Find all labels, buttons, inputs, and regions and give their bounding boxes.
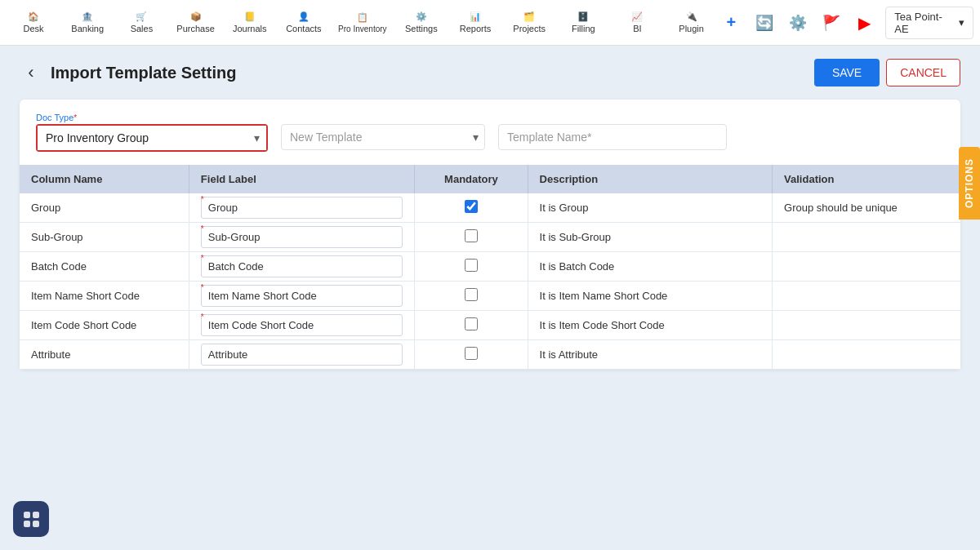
desk-icon: 🏠 (28, 11, 39, 22)
field-label-input[interactable] (201, 344, 403, 366)
field-label-input[interactable] (201, 226, 403, 248)
purchase-icon: 📦 (190, 11, 202, 22)
reports-icon: 📊 (470, 11, 481, 22)
mandatory-cell (415, 193, 528, 223)
main-content: ‹ Import Template Setting SAVE CANCEL Do… (0, 46, 980, 550)
mandatory-checkbox[interactable] (465, 347, 478, 360)
validation-cell (773, 223, 960, 252)
table-container: Column Name Field Label Mandatory Descri… (20, 165, 960, 370)
validation-cell (773, 282, 960, 311)
bi-icon: 📈 (631, 11, 643, 22)
description-cell: It is Item Code Short Code (528, 311, 773, 340)
doc-type-group: Doc Type* Pro Inventory Group Item Custo… (36, 113, 268, 152)
gear-button[interactable]: ⚙️ (786, 10, 811, 36)
grid-icon (24, 512, 39, 527)
table-row: Item Code Short Code*It is Item Code Sho… (20, 311, 960, 340)
youtube-button[interactable]: ▶ (852, 10, 877, 36)
sales-icon: 🛒 (136, 11, 147, 22)
field-label-input[interactable] (201, 285, 403, 307)
validation-cell (773, 252, 960, 282)
nav-item-projects[interactable]: 🗂️ Projects (502, 0, 556, 46)
save-button[interactable]: SAVE (814, 59, 880, 86)
validation-cell: Group should be unique (773, 193, 960, 223)
filling-icon: 🗄️ (577, 11, 589, 22)
user-name: Tea Point-AE (894, 11, 954, 35)
field-label-input[interactable] (201, 314, 403, 336)
refresh-button[interactable]: 🔄 (752, 10, 777, 36)
mandatory-cell (415, 282, 528, 311)
description-cell: It is Sub-Group (528, 223, 773, 252)
nav-item-filling[interactable]: 🗄️ Filling (556, 0, 610, 46)
nav-item-purchase[interactable]: 📦 Purchase (168, 0, 222, 46)
bottom-widget-button[interactable] (13, 501, 49, 537)
header-buttons: SAVE CANCEL (814, 59, 960, 86)
cancel-button[interactable]: CANCEL (886, 59, 960, 86)
nav-item-pro-inventory[interactable]: 📋 Pro Inventory (331, 0, 394, 46)
field-label-input[interactable] (201, 197, 403, 219)
mandatory-checkbox[interactable] (465, 288, 478, 301)
plugin-icon: 🔌 (686, 11, 697, 22)
mandatory-cell (415, 340, 528, 370)
mandatory-checkbox[interactable] (465, 317, 478, 330)
template-name-label (498, 113, 727, 122)
nav-item-settings[interactable]: ⚙️ Settings (394, 0, 448, 46)
back-button[interactable]: ‹ (20, 61, 42, 84)
table-row: Group*It is GroupGroup should be unique (20, 193, 960, 223)
description-cell: It is Batch Code (528, 252, 773, 282)
chevron-down-icon: ▾ (959, 16, 964, 29)
column-name-cell: Sub-Group (20, 223, 189, 252)
user-menu-button[interactable]: Tea Point-AE ▾ (885, 7, 973, 39)
table-row: AttributeIt is Attribute (20, 340, 960, 370)
required-asterisk: * (201, 313, 204, 322)
mandatory-checkbox[interactable] (465, 259, 478, 272)
nav-item-banking[interactable]: 🏦 Banking (60, 0, 114, 46)
contacts-icon: 👤 (298, 11, 310, 22)
col-header-description: Description (528, 165, 773, 193)
nav-item-contacts[interactable]: 👤 Contacts (277, 0, 331, 46)
form-area: Doc Type* Pro Inventory Group Item Custo… (20, 100, 960, 370)
flag-button[interactable]: 🚩 (818, 10, 844, 36)
field-label-input[interactable] (201, 255, 403, 277)
template-label (281, 113, 485, 122)
nav-item-plugin[interactable]: 🔌 Plugin (665, 0, 719, 46)
flag-icon: 🚩 (822, 14, 840, 32)
mandatory-checkbox[interactable] (465, 200, 478, 213)
back-icon: ‹ (28, 62, 33, 83)
doc-type-select[interactable]: Pro Inventory Group Item Customer Vendor (38, 126, 266, 150)
col-header-mandatory: Mandatory (415, 165, 528, 193)
validation-cell (773, 311, 960, 340)
template-select[interactable]: New Template (281, 124, 485, 150)
column-name-cell: Group (20, 193, 189, 223)
required-asterisk: * (201, 224, 204, 233)
template-select-group: New Template ▾ (281, 113, 485, 152)
column-name-cell: Item Name Short Code (20, 282, 189, 311)
description-cell: It is Item Name Short Code (528, 282, 773, 311)
options-tab[interactable]: OPTIONS (959, 147, 980, 220)
journals-icon: 📒 (244, 11, 256, 22)
nav-item-sales[interactable]: 🛒 Sales (114, 0, 168, 46)
template-name-input[interactable] (498, 124, 727, 150)
nav-item-reports[interactable]: 📊 Reports (448, 0, 502, 46)
nav-item-journals[interactable]: 📒 Journals (223, 0, 277, 46)
nav-item-bi[interactable]: 📈 BI (610, 0, 664, 46)
table-row: Batch Code*It is Batch Code (20, 252, 960, 282)
template-select-wrapper: New Template ▾ (281, 124, 485, 150)
add-button[interactable]: + (719, 10, 744, 36)
plus-icon: + (726, 13, 736, 32)
mandatory-checkbox[interactable] (465, 229, 478, 242)
mandatory-cell (415, 223, 528, 252)
nav-item-desk[interactable]: 🏠 Desk (7, 0, 60, 46)
gear-icon: ⚙️ (789, 14, 807, 32)
template-name-group (498, 113, 727, 152)
column-name-cell: Batch Code (20, 252, 189, 282)
page-header: ‹ Import Template Setting SAVE CANCEL (20, 59, 960, 86)
field-label-cell: * (189, 311, 414, 340)
mandatory-cell (415, 252, 528, 282)
pro-inventory-icon: 📋 (357, 12, 368, 23)
page-header-left: ‹ Import Template Setting (20, 61, 236, 84)
col-header-validation: Validation (773, 165, 960, 193)
column-name-cell: Item Code Short Code (20, 311, 189, 340)
col-header-field-label: Field Label (189, 165, 414, 193)
table-header-row: Column Name Field Label Mandatory Descri… (20, 165, 960, 193)
required-asterisk: * (201, 283, 204, 292)
